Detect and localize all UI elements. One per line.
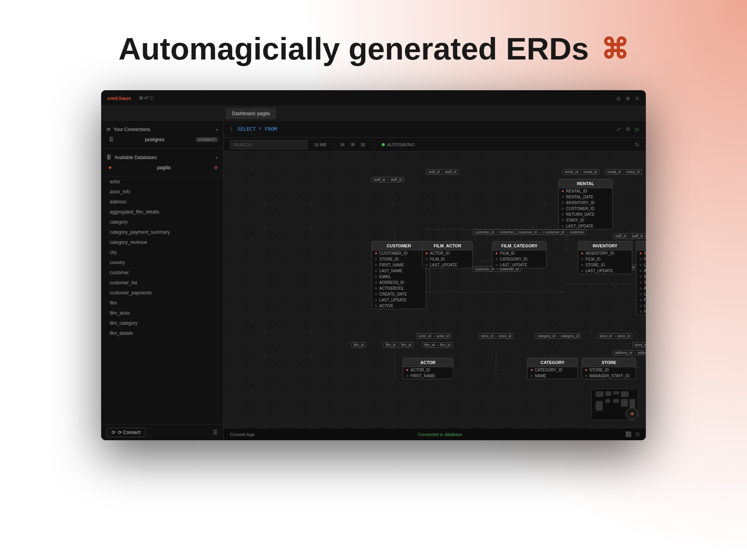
database-icon[interactable]: 🗄 <box>212 429 218 436</box>
pagila-label: pagila <box>157 164 171 170</box>
inv-field-3: STORE_ID <box>578 262 632 268</box>
connect-button[interactable]: ⟳ ⟳ Connect <box>107 428 146 437</box>
fc-field-2: CATEGORY_ID <box>493 256 546 262</box>
relation-badge-film-1: film_id <box>351 342 366 348</box>
category-header: CATEGORY <box>528 358 577 367</box>
inv-field-1: INVENTORY_ID <box>578 250 632 256</box>
staff-field-1: STAFF_ID <box>637 250 646 256</box>
relation-badge-1: staff_id → staff_id <box>372 177 404 182</box>
fa-field-3: LAST_UPDATE <box>423 262 472 268</box>
table-item-film-details[interactable]: film_details <box>101 328 223 338</box>
minimap-node-3 <box>613 391 619 394</box>
postgres-item[interactable]: 🗄 postgres CONNECT <box>101 135 223 144</box>
status-icon-1[interactable]: ⬛ <box>625 431 631 437</box>
table-item-actor[interactable]: actor <box>101 177 223 187</box>
table-item-actor-info[interactable]: actor_info <box>101 187 223 197</box>
connected-label: Connected to database <box>255 432 625 437</box>
databases-text: Available Databases <box>114 155 157 160</box>
refresh-icon[interactable]: ↻ <box>635 142 640 148</box>
actor-header: ACTOR <box>403 358 453 367</box>
table-item-address[interactable]: address <box>101 197 223 207</box>
connection-icon: ⟳ <box>107 127 110 132</box>
databases-section: 🗄 Available Databases ▾ pagila ⊕ <box>101 149 223 177</box>
table-item-customer-list[interactable]: customer_list <box>101 278 223 288</box>
pagila-action-icon[interactable]: ⊕ <box>214 165 218 170</box>
erd-canvas[interactable]: staff_id → staff_id staff_id → staff_id … <box>224 152 646 428</box>
pagila-item[interactable]: pagila ⊕ <box>101 163 223 172</box>
table-item-city[interactable]: city <box>101 247 223 257</box>
page-title: Automagicially generated ERDs ⌘ <box>0 31 747 67</box>
connections-header[interactable]: ⟳ Your Connections ▾ <box>101 124 223 135</box>
table-item-film[interactable]: film <box>101 298 223 308</box>
search-box[interactable]: SEARCH... <box>230 140 308 149</box>
databases-chevron: ▾ <box>216 156 218 160</box>
actor-node[interactable]: ACTOR ACTOR_ID FIRST_NAME <box>403 358 453 379</box>
table-item-agg-film[interactable]: aggregated_film_details <box>101 207 223 217</box>
table-item-category[interactable]: category <box>101 217 223 227</box>
fc-field-1: FILM_ID <box>493 250 546 256</box>
title-bar: cmd.haus ⌘+P ⓘ ⊖ ⊕ ✕ <box>101 90 646 107</box>
store-header: STORE <box>582 358 636 367</box>
cust-field-2: STORE_ID <box>372 256 426 262</box>
inv-field-2: FILM_ID <box>578 256 632 262</box>
table-item-cat-rev[interactable]: category_revenue <box>101 237 223 247</box>
store-field-1: STORE_ID <box>582 367 636 373</box>
staff-header: STAFF <box>637 242 646 250</box>
dashboard-tab[interactable]: Dashboard: pagila <box>226 108 276 119</box>
rental-field-5: RETURN_DATE <box>559 212 612 217</box>
expand-icon[interactable]: ⤢ <box>616 126 621 132</box>
table-item-cat-pay-sum[interactable]: category_payment_summary <box>101 227 223 237</box>
minimap-node-4 <box>621 391 629 397</box>
close-icon[interactable]: ✕ <box>635 95 640 102</box>
cat-field-2: NAME <box>528 373 577 379</box>
maximize-icon[interactable]: ⊕ <box>626 95 630 102</box>
minimap-node-7 <box>613 399 619 403</box>
autosave-indicator: AUTOSAVING <box>382 142 415 147</box>
magic-icon: ✦ <box>630 410 635 418</box>
rental-field-6: STAFF_ID <box>559 217 612 223</box>
minimize-icon[interactable]: ⊖ <box>616 95 621 102</box>
count1-stat: 34 <box>340 142 344 147</box>
magic-button[interactable]: ✦ <box>626 408 638 420</box>
table-item-customer[interactable]: customer <box>101 268 223 278</box>
connections-label: ⟳ Your Connections <box>107 127 150 132</box>
app-logo: cmd.haus <box>107 95 131 101</box>
query-input[interactable]: SELECT * FROM <box>237 126 277 132</box>
table-item-film-category[interactable]: film_category <box>101 318 223 328</box>
inventory-node[interactable]: INVENTORY INVENTORY_ID FILM_ID STORE_ID … <box>578 241 632 274</box>
connections-text: Your Connections <box>114 127 150 132</box>
cust-field-8: CREATE_DATE <box>372 291 426 297</box>
memory-stat: 18 MB <box>314 142 326 147</box>
status-icon-2[interactable]: ⊡ <box>635 431 640 437</box>
connect-icon: ⟳ <box>112 430 116 435</box>
store-node[interactable]: STORE STORE_ID MANAGER_STAFF_ID <box>582 358 636 379</box>
run-icon[interactable]: ▷ <box>635 126 640 132</box>
relation-badge-6: customer_id → customer_id <box>473 229 521 235</box>
rental-field-7: LAST_UPDATE <box>559 223 612 229</box>
staff-node[interactable]: STAFF STAFF_ID FIRST_NAME LAST_NAME ADDR… <box>636 241 646 315</box>
main-layout: ⟳ Your Connections ▾ 🗄 postgres CONNECT … <box>101 121 646 440</box>
relation-badge-8: customer_id → customer <box>543 229 586 235</box>
customer-node[interactable]: CUSTOMER CUSTOMER_ID STORE_ID FIRST_NAME… <box>372 241 426 309</box>
film-category-node[interactable]: FILM_CATEGORY FILM_ID CATEGORY_ID LAST_U… <box>492 241 547 268</box>
settings-icon[interactable]: ⚙ <box>626 126 631 132</box>
cust-field-9: LAST_UPDATE <box>372 297 426 303</box>
film-actor-node[interactable]: FILM_ACTOR ACTOR_ID FILM_ID LAST_UPDATE <box>422 241 473 268</box>
cust-field-7: ACTIVEBOOL <box>372 285 426 291</box>
cust-field-5: EMAIL <box>372 274 426 280</box>
relation-badge-3: rental_id → rental_id <box>562 169 599 175</box>
table-item-country[interactable]: country <box>101 257 223 268</box>
category-node[interactable]: CATEGORY CATEGORY_ID NAME <box>527 358 578 379</box>
table-item-customer-payments[interactable]: customer_payments <box>101 288 223 298</box>
postgres-badge: CONNECT <box>196 137 218 142</box>
minimap-node-6 <box>605 399 610 403</box>
query-bar: 1 SELECT * FROM ⤢ ⚙ ▷ <box>224 121 646 138</box>
app-window: cmd.haus ⌘+P ⓘ ⊖ ⊕ ✕ Dashboard: pagila ⟳… <box>101 90 646 440</box>
staff-field-8: USERNAME <box>637 291 646 297</box>
table-item-film-actor[interactable]: film_actor <box>101 308 223 318</box>
inv-field-4: LAST_UPDATE <box>578 268 632 274</box>
rental-node[interactable]: RENTAL RENTAL_ID RENTAL_DATE INVENTORY_I… <box>558 179 613 229</box>
autosave-dot <box>382 143 385 146</box>
relation-badge-address: address_id → address_id <box>613 350 646 355</box>
databases-header[interactable]: 🗄 Available Databases ▾ <box>101 152 223 163</box>
